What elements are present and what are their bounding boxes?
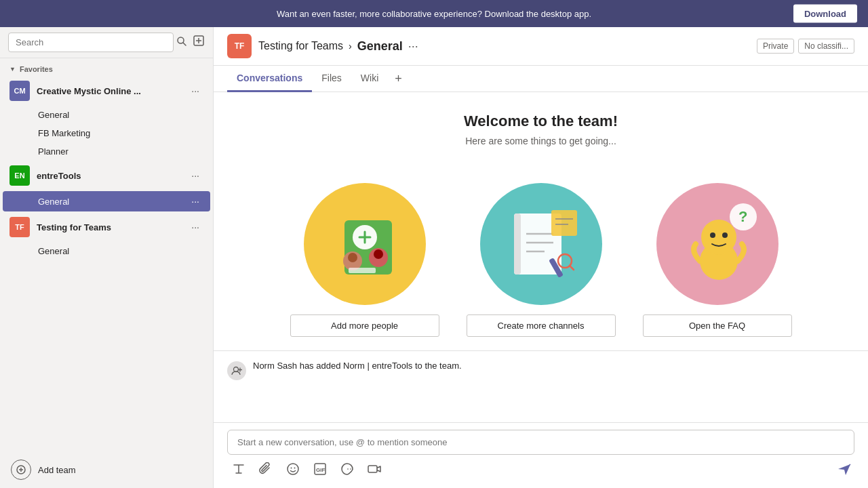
message-input[interactable] bbox=[227, 430, 854, 455]
svg-point-31 bbox=[722, 232, 728, 238]
team-name-cm: Creative Mystic Online ... bbox=[37, 86, 189, 96]
channel-name-en-general: General bbox=[38, 197, 189, 207]
add-tab-button[interactable]: + bbox=[388, 66, 409, 92]
content-area: TF Testing for Teams › General ··· Priva… bbox=[214, 27, 868, 488]
badge-private: Private bbox=[757, 39, 794, 54]
search-input[interactable] bbox=[8, 33, 174, 52]
video-button[interactable] bbox=[366, 460, 383, 481]
sticker-button[interactable] bbox=[338, 460, 356, 481]
card-illustration-faq: ? bbox=[656, 183, 778, 305]
open-faq-button[interactable]: Open the FAQ bbox=[643, 314, 792, 337]
attach-button[interactable] bbox=[257, 460, 275, 481]
tab-files[interactable]: Files bbox=[312, 66, 351, 92]
activity-text: Norm Sash has added Norm | entreTools to… bbox=[253, 361, 462, 371]
emoji-button[interactable] bbox=[284, 460, 302, 481]
team-more-btn-cm[interactable]: ··· bbox=[189, 84, 202, 98]
card-illustration-add-people bbox=[304, 183, 426, 305]
svg-rect-42 bbox=[368, 466, 377, 472]
channel-header-title: Testing for Teams › General ··· bbox=[258, 39, 757, 54]
activity-target: Norm | entreTools bbox=[343, 361, 412, 371]
channel-item-cm-fbmarketing[interactable]: FB Marketing bbox=[3, 125, 210, 142]
send-button[interactable] bbox=[837, 462, 852, 480]
add-people-button[interactable]: Add more people bbox=[290, 314, 439, 337]
team-avatar-en: EN bbox=[9, 165, 30, 186]
card-illustration-channels bbox=[480, 183, 602, 305]
tab-wiki[interactable]: Wiki bbox=[351, 66, 388, 92]
svg-point-37 bbox=[288, 464, 298, 474]
add-team-label: Add team bbox=[38, 465, 76, 475]
tabs-bar: Conversations Files Wiki + bbox=[214, 66, 868, 92]
team-avatar-tf: TF bbox=[9, 217, 30, 237]
channel-item-tf-general[interactable]: General bbox=[3, 243, 210, 260]
channel-name-cm-planner: Planner bbox=[38, 146, 202, 157]
svg-rect-22 bbox=[551, 210, 577, 236]
activity-actor: Norm Sash bbox=[253, 361, 297, 371]
add-team-item[interactable]: Add team bbox=[3, 454, 210, 485]
tab-conversations[interactable]: Conversations bbox=[227, 66, 312, 92]
header-chevron: › bbox=[349, 41, 352, 52]
message-box-area: GIF bbox=[214, 422, 868, 488]
activity-icon bbox=[227, 361, 246, 380]
search-icon-button[interactable] bbox=[176, 36, 187, 49]
sticker-icon bbox=[340, 462, 354, 476]
top-banner: Want an even faster, more collaborative … bbox=[0, 0, 868, 27]
team-logo: TF bbox=[227, 34, 252, 58]
channel-item-en-general[interactable]: General ··· bbox=[3, 191, 210, 211]
format-text-icon bbox=[232, 462, 245, 476]
channel-name-cm-fbmarketing: FB Marketing bbox=[38, 128, 202, 138]
channel-item-cm-planner[interactable]: Planner bbox=[3, 143, 210, 160]
message-toolbar: GIF bbox=[227, 460, 854, 481]
activity-section: Norm Sash has added Norm | entreTools to… bbox=[214, 350, 868, 390]
create-channels-button[interactable]: Create more channels bbox=[467, 314, 616, 337]
video-icon bbox=[368, 462, 381, 476]
compose-icon bbox=[193, 35, 205, 47]
team-logo-initials: TF bbox=[235, 41, 245, 51]
activity-verb: has added bbox=[300, 361, 343, 371]
send-icon bbox=[837, 462, 852, 476]
download-button[interactable]: Download bbox=[793, 5, 857, 23]
format-text-button[interactable] bbox=[230, 460, 248, 481]
team-item-creative-mystic[interactable]: CM Creative Mystic Online ... ··· bbox=[3, 77, 210, 105]
giphy-button[interactable]: GIF bbox=[311, 460, 329, 481]
welcome-subtitle: Here are some things to get going... bbox=[227, 136, 854, 146]
compose-button[interactable] bbox=[193, 35, 205, 50]
channel-name-tf-general: General bbox=[38, 246, 202, 256]
search-icon bbox=[176, 36, 187, 47]
activity-suffix: to the team. bbox=[415, 361, 462, 371]
favorites-chevron: ▼ bbox=[9, 66, 16, 73]
header-dots-menu[interactable]: ··· bbox=[408, 39, 418, 54]
badge-classify: No classifi... bbox=[798, 39, 854, 54]
svg-point-13 bbox=[348, 253, 357, 262]
svg-line-1 bbox=[183, 43, 186, 45]
main-content: Welcome to the team! Here are some thing… bbox=[214, 92, 868, 422]
welcome-title: Welcome to the team! bbox=[227, 113, 854, 130]
svg-line-27 bbox=[570, 266, 574, 270]
svg-text:?: ? bbox=[738, 208, 747, 225]
team-item-entretools[interactable]: EN entreTools ··· bbox=[3, 161, 210, 190]
giphy-icon: GIF bbox=[313, 462, 327, 476]
svg-point-30 bbox=[710, 232, 715, 238]
favorites-label[interactable]: ▼ Favorites bbox=[0, 58, 213, 76]
team-name-en: entreTools bbox=[37, 171, 189, 181]
attach-icon bbox=[259, 462, 273, 476]
team-more-btn-en[interactable]: ··· bbox=[189, 169, 202, 182]
channel-more-btn-en-general[interactable]: ··· bbox=[189, 195, 202, 208]
add-people-svg bbox=[317, 197, 412, 291]
team-item-testing[interactable]: TF Testing for Teams ··· bbox=[3, 213, 210, 241]
card-create-channels: Create more channels bbox=[467, 183, 616, 337]
svg-point-15 bbox=[374, 249, 383, 259]
sidebar: ▼ Favorites CM Creative Mystic Online ..… bbox=[0, 27, 214, 488]
channel-item-cm-general[interactable]: General bbox=[3, 106, 210, 123]
svg-text:GIF: GIF bbox=[316, 467, 325, 473]
team-more-btn-tf[interactable]: ··· bbox=[189, 220, 202, 234]
team-name-tf: Testing for Teams bbox=[37, 222, 189, 232]
svg-point-38 bbox=[291, 468, 292, 469]
welcome-section: Welcome to the team! Here are some thing… bbox=[214, 92, 868, 176]
search-bar bbox=[0, 27, 213, 58]
channel-name-cm-general: General bbox=[38, 110, 202, 120]
channels-svg bbox=[494, 197, 589, 291]
card-faq: ? Open the FAQ bbox=[643, 183, 792, 337]
emoji-icon bbox=[286, 462, 300, 476]
svg-point-29 bbox=[701, 220, 736, 255]
svg-point-39 bbox=[294, 468, 296, 469]
